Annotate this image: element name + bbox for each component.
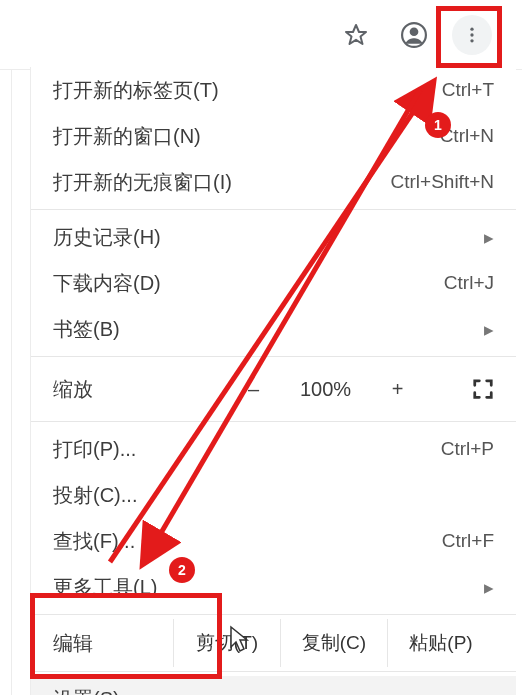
edit-paste-button[interactable]: 粘贴(P): [387, 619, 494, 667]
chevron-right-icon: ▸: [484, 318, 494, 341]
menu-label: 编辑: [53, 630, 173, 657]
menu-item-settings[interactable]: 设置(S): [31, 676, 516, 695]
menu-label: 书签(B): [53, 316, 484, 343]
menu-item-more-tools[interactable]: 更多工具(L) ▸: [31, 564, 516, 610]
menu-label: 打开新的窗口(N): [53, 123, 440, 150]
menu-label: 查找(F)...: [53, 528, 442, 555]
menu-label: 打开新的无痕窗口(I): [53, 169, 391, 196]
menu-item-edit: 编辑 剪切(T) 复制(C) 粘贴(P): [31, 619, 516, 667]
more-vert-icon[interactable]: [452, 15, 492, 55]
menu-separator: [31, 421, 516, 422]
menu-label: 历史记录(H): [53, 224, 484, 251]
menu-item-find[interactable]: 查找(F)... Ctrl+F: [31, 518, 516, 564]
edit-copy-button[interactable]: 复制(C): [280, 619, 387, 667]
menu-label: 打印(P)...: [53, 436, 441, 463]
menu-separator: [31, 671, 516, 672]
menu-item-incognito[interactable]: 打开新的无痕窗口(I) Ctrl+Shift+N: [31, 159, 516, 205]
star-icon[interactable]: [336, 15, 376, 55]
svg-point-2: [410, 27, 419, 36]
left-strip: [0, 70, 12, 695]
profile-icon[interactable]: [394, 15, 434, 55]
svg-marker-0: [346, 25, 366, 44]
zoom-value: 100%: [296, 378, 356, 401]
svg-point-4: [470, 33, 473, 36]
menu-label: 缩放: [53, 376, 203, 403]
menu-item-downloads[interactable]: 下载内容(D) Ctrl+J: [31, 260, 516, 306]
menu-separator: [31, 356, 516, 357]
menu-item-new-tab[interactable]: 打开新的标签页(T) Ctrl+T: [31, 67, 516, 113]
menu-shortcut: Ctrl+P: [441, 438, 494, 460]
browser-toolbar: [0, 0, 522, 70]
menu-item-print[interactable]: 打印(P)... Ctrl+P: [31, 426, 516, 472]
fullscreen-icon[interactable]: [472, 378, 494, 400]
menu-label: 投射(C)...: [53, 482, 494, 509]
menu-item-cast[interactable]: 投射(C)...: [31, 472, 516, 518]
menu-label: 更多工具(L): [53, 574, 484, 601]
menu-shortcut: Ctrl+N: [440, 125, 494, 147]
screenshot-stage: 打开新的标签页(T) Ctrl+T 打开新的窗口(N) Ctrl+N 打开新的无…: [0, 0, 522, 695]
menu-label: 下载内容(D): [53, 270, 444, 297]
menu-label: 设置(S): [53, 686, 494, 696]
zoom-controls: – 100% +: [203, 378, 448, 401]
menu-separator: [31, 209, 516, 210]
menu-item-history[interactable]: 历史记录(H) ▸: [31, 214, 516, 260]
chevron-right-icon: ▸: [484, 226, 494, 249]
menu-shortcut: Ctrl+J: [444, 272, 494, 294]
menu-shortcut: Ctrl+F: [442, 530, 494, 552]
chrome-main-menu: 打开新的标签页(T) Ctrl+T 打开新的窗口(N) Ctrl+N 打开新的无…: [30, 67, 516, 695]
chevron-right-icon: ▸: [484, 576, 494, 599]
menu-item-zoom: 缩放 – 100% +: [31, 361, 516, 417]
svg-point-3: [470, 27, 473, 30]
svg-point-5: [470, 39, 473, 42]
edit-cut-button[interactable]: 剪切(T): [173, 619, 280, 667]
menu-separator: [31, 614, 516, 615]
menu-shortcut: Ctrl+T: [442, 79, 494, 101]
menu-item-new-window[interactable]: 打开新的窗口(N) Ctrl+N: [31, 113, 516, 159]
menu-shortcut: Ctrl+Shift+N: [391, 171, 494, 193]
zoom-in-button[interactable]: +: [386, 378, 410, 401]
menu-label: 打开新的标签页(T): [53, 77, 442, 104]
menu-item-bookmarks[interactable]: 书签(B) ▸: [31, 306, 516, 352]
zoom-out-button[interactable]: –: [242, 378, 266, 401]
